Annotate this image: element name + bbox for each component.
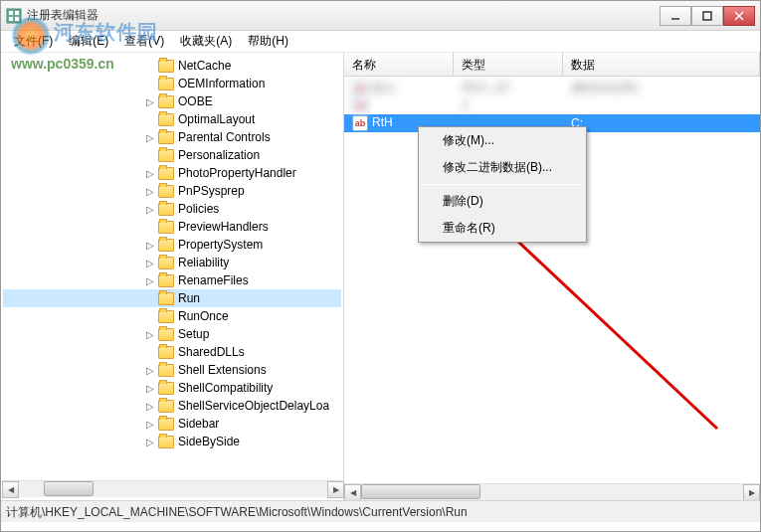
menu-view[interactable]: 查看(V)	[116, 31, 172, 52]
value-type: Z	[458, 98, 567, 112]
tree-label: Sidebar	[178, 417, 219, 431]
expander-icon[interactable]	[144, 60, 156, 72]
app-icon	[6, 8, 22, 24]
tree-item-previewhandlers[interactable]: PreviewHandlers	[3, 218, 341, 236]
tree-item-setup[interactable]: ▷Setup	[3, 325, 341, 343]
tree-item-pnpsysprep[interactable]: ▷PnPSysprep	[3, 182, 341, 200]
tree-item-parental-controls[interactable]: ▷Parental Controls	[3, 128, 341, 146]
tree-item-shell-extensions[interactable]: ▷Shell Extensions	[3, 361, 341, 379]
context-menu: 修改(M)... 修改二进制数据(B)... 删除(D) 重命名(R)	[418, 126, 587, 243]
expander-icon[interactable]: ▷	[144, 95, 156, 107]
tree-label: PnPSysprep	[178, 184, 245, 198]
folder-icon	[158, 167, 174, 180]
value-data: (数值未设置)	[567, 80, 756, 96]
string-value-icon	[352, 97, 368, 113]
svg-rect-1	[9, 11, 13, 15]
tree-item-netcache[interactable]: NetCache	[3, 57, 341, 75]
expander-icon[interactable]: ▷	[144, 364, 156, 376]
expander-icon[interactable]: ▷	[144, 436, 156, 447]
folder-icon	[158, 221, 174, 234]
expander-icon[interactable]	[144, 221, 156, 233]
statusbar: 计算机\HKEY_LOCAL_MACHINE\SOFTWARE\Microsof…	[1, 500, 760, 522]
expander-icon[interactable]	[144, 113, 156, 125]
tree-item-optimallayout[interactable]: OptimalLayout	[3, 110, 341, 128]
expander-icon[interactable]: ▷	[144, 328, 156, 340]
list-row[interactable]: Z	[344, 96, 760, 114]
expander-icon[interactable]: ▷	[144, 167, 156, 179]
expander-icon[interactable]: ▷	[144, 418, 156, 430]
folder-icon	[158, 400, 174, 413]
close-button[interactable]	[723, 6, 755, 26]
folder-icon	[158, 131, 174, 144]
expander-icon[interactable]: ▷	[144, 131, 156, 143]
tree-item-shareddlls[interactable]: SharedDLLs	[3, 343, 341, 361]
expander-icon[interactable]	[144, 310, 156, 322]
expander-icon[interactable]	[144, 78, 156, 89]
expander-icon[interactable]: ▷	[144, 203, 156, 215]
ctx-delete[interactable]: 删除(D)	[419, 188, 586, 215]
col-data[interactable]: 数据	[563, 53, 760, 76]
expander-icon[interactable]: ▷	[144, 239, 156, 251]
scroll-left-icon[interactable]: ◀	[344, 484, 361, 500]
scroll-right-icon[interactable]: ▶	[743, 484, 760, 500]
tree-item-shellcompatibility[interactable]: ▷ShellCompatibility	[3, 379, 341, 397]
tree-item-photopropertyhandler[interactable]: ▷PhotoPropertyHandler	[3, 164, 341, 182]
tree-item-sidebyside[interactable]: ▷SideBySide	[3, 433, 341, 450]
expander-icon[interactable]: ▷	[144, 400, 156, 412]
tree-item-propertysystem[interactable]: ▷PropertySystem	[3, 236, 341, 254]
tree-item-oeminformation[interactable]: OEMInformation	[3, 75, 341, 92]
tree-label: Parental Controls	[178, 130, 271, 144]
menu-file[interactable]: 文件(F)	[6, 31, 61, 52]
folder-icon	[158, 382, 174, 395]
tree-label: RenameFiles	[178, 273, 249, 287]
expander-icon[interactable]: ▷	[144, 274, 156, 286]
tree-item-runonce[interactable]: RunOnce	[3, 307, 341, 325]
folder-icon	[158, 418, 174, 431]
menu-favorites[interactable]: 收藏夹(A)	[172, 31, 240, 52]
content-area: NetCacheOEMInformation▷OOBEOptimalLayout…	[1, 53, 760, 500]
folder-icon	[158, 274, 174, 287]
tree-scrollbar-h[interactable]: ◀ ▶	[2, 480, 344, 497]
tree-item-reliability[interactable]: ▷Reliability	[3, 254, 341, 271]
tree-item-policies[interactable]: ▷Policies	[3, 200, 341, 218]
expander-icon[interactable]	[144, 292, 156, 304]
tree-item-renamefiles[interactable]: ▷RenameFiles	[3, 271, 341, 289]
ctx-modify-binary[interactable]: 修改二进制数据(B)...	[419, 154, 586, 181]
maximize-button[interactable]	[691, 6, 723, 26]
tree-label: Policies	[178, 202, 219, 216]
tree-item-personalization[interactable]: Personalization	[3, 146, 341, 164]
col-type[interactable]: 类型	[454, 53, 563, 76]
value-name: RtH	[372, 115, 393, 129]
tree-item-shellserviceobjectdelayloa[interactable]: ▷ShellServiceObjectDelayLoa	[3, 397, 341, 415]
expander-icon[interactable]: ▷	[144, 185, 156, 197]
tree-label: Shell Extensions	[178, 363, 267, 377]
folder-icon	[158, 328, 174, 341]
expander-icon[interactable]	[144, 346, 156, 358]
tree-label: SharedDLLs	[178, 345, 245, 359]
list-scrollbar-h[interactable]: ◀ ▶	[344, 483, 760, 500]
menu-help[interactable]: 帮助(H)	[240, 31, 296, 52]
expander-icon[interactable]	[144, 149, 156, 161]
list-row[interactable]: 默认 REG_SZ (数值未设置)	[344, 79, 760, 96]
tree-item-run[interactable]: Run	[3, 289, 341, 307]
folder-icon	[158, 78, 174, 90]
tree-item-oobe[interactable]: ▷OOBE	[3, 92, 341, 110]
expander-icon[interactable]: ▷	[144, 257, 156, 268]
tree-panel[interactable]: NetCacheOEMInformation▷OOBEOptimalLayout…	[1, 53, 344, 500]
col-name[interactable]: 名称	[344, 53, 454, 76]
tree-label: ShellServiceObjectDelayLoa	[178, 399, 329, 413]
expander-icon[interactable]: ▷	[144, 382, 156, 394]
menu-edit[interactable]: 编辑(E)	[61, 31, 116, 52]
scroll-left-icon[interactable]: ◀	[2, 481, 19, 498]
svg-rect-3	[9, 17, 13, 21]
tree-label: SideBySide	[178, 435, 240, 448]
tree-label: PropertySystem	[178, 238, 263, 252]
ctx-separator	[421, 184, 584, 185]
window-title: 注册表编辑器	[27, 7, 660, 24]
ctx-rename[interactable]: 重命名(R)	[419, 215, 586, 242]
svg-rect-6	[703, 12, 711, 20]
scroll-right-icon[interactable]: ▶	[327, 481, 344, 498]
tree-item-sidebar[interactable]: ▷Sidebar	[3, 415, 341, 433]
ctx-modify[interactable]: 修改(M)...	[419, 127, 586, 154]
minimize-button[interactable]	[660, 6, 691, 26]
